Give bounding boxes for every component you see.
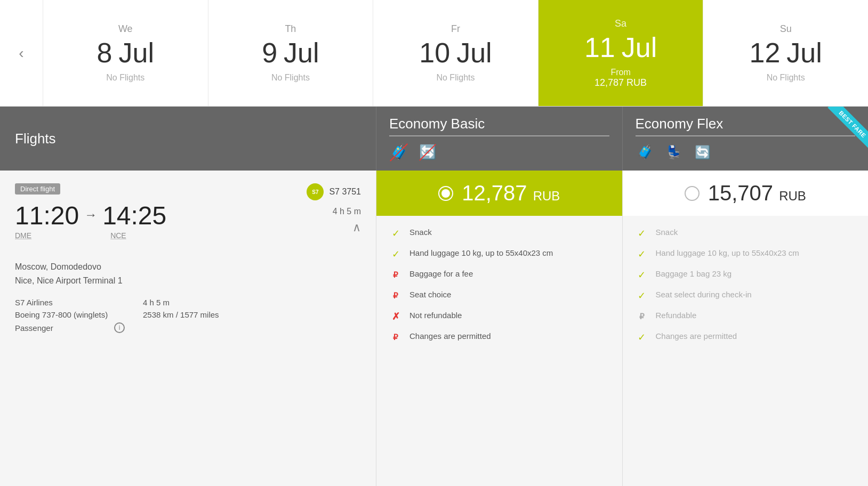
economy-basic-icons: 🧳 🔄 (389, 143, 437, 162)
origin-name: Moscow, Domodedovo (15, 260, 361, 274)
feature-icon: ✓ (636, 331, 648, 344)
date-number: 12 (750, 38, 781, 68)
feature-row: ✓Snack (636, 226, 856, 240)
no-luggage-icon: 🧳 (389, 143, 408, 162)
column-headers: Flights Economy Basic 🧳 🔄 Best Fare Ec (0, 107, 868, 171)
date-status: No Flights (436, 73, 475, 83)
feature-row: ✓Baggage 1 bag 23 kg (636, 268, 856, 281)
economy-flex-price-row[interactable]: 15,707 RUB (623, 171, 869, 216)
flight-info-column: Direct flight 11:20 → 14:25 DME NCE (0, 171, 376, 486)
economy-flex-features: ✓Snack✓Hand luggage 10 kg, up to 55x40x2… (623, 216, 869, 354)
depart-time: 11:20 (15, 201, 79, 230)
feature-row: ✓Hand luggage 10 kg, up to 55x40x23 cm (636, 247, 856, 261)
passenger-label: Passenger (15, 323, 111, 333)
feature-row: ✓Hand luggage 10 kg, up to 55x40x23 cm (389, 247, 609, 261)
flights-column-header: Flights (0, 107, 376, 171)
date-number: 9 (262, 38, 277, 68)
passenger-row: Passenger i (15, 322, 361, 333)
date-day-label: Su (780, 23, 792, 35)
date-status: No Flights (106, 73, 144, 83)
economy-flex-fare-column[interactable]: 15,707 RUB ✓Snack✓Hand luggage 10 kg, up… (623, 171, 869, 486)
flight-airline-section: S7 S7 3751 4 h 5 m ∧ (296, 183, 361, 234)
origin-code: DME (15, 231, 31, 240)
feature-text: Changes are permitted (656, 330, 737, 342)
feature-text: Snack (656, 226, 678, 238)
meta-row-airline: S7 Airlines 4 h 5 m (15, 298, 361, 307)
back-nav[interactable]: ‹ (0, 0, 43, 106)
economy-flex-radio[interactable] (685, 186, 700, 201)
date-cell-sa[interactable]: Sa11JulFrom12,787 RUB (538, 0, 703, 106)
feature-icon: ✓ (636, 289, 648, 302)
flights-header-label: Flights (15, 131, 56, 147)
flight-meta: S7 Airlines 4 h 5 m Boeing 737-800 (wing… (15, 298, 361, 333)
s7-logo: S7 (307, 183, 324, 200)
feature-icon: ₽ (389, 289, 402, 302)
feature-icon: ₽ (389, 331, 402, 344)
duration-meta: 4 h 5 m (143, 298, 170, 307)
flight-header-section: Direct flight 11:20 → 14:25 DME NCE (15, 183, 361, 249)
feature-icon: ✓ (389, 227, 402, 240)
info-icon[interactable]: i (114, 322, 125, 333)
feature-row: ₽Baggage for a fee (389, 268, 609, 281)
feature-text: Baggage for a fee (409, 268, 473, 279)
feature-row: ₽Changes are permitted (389, 330, 609, 344)
date-cell-we[interactable]: We8JulNo Flights (43, 0, 208, 106)
date-month: Jul (284, 37, 319, 69)
date-month: Jul (119, 37, 154, 69)
date-status: No Flights (271, 73, 310, 83)
date-number: 10 (419, 38, 450, 68)
refresh-icon: 🔄 (693, 143, 712, 162)
airline-label: S7 Airlines (15, 298, 111, 307)
feature-text: Seat choice (409, 289, 451, 300)
feature-text: Baggage 1 bag 23 kg (656, 268, 732, 279)
date-price: 12,787 RUB (594, 77, 647, 88)
feature-row: ₽Refundable (636, 310, 856, 323)
dest-name: Nice, Nice Airport Terminal 1 (15, 274, 361, 288)
date-cell-th[interactable]: Th9JulNo Flights (208, 0, 373, 106)
date-cell-fr[interactable]: Fr10JulNo Flights (373, 0, 538, 106)
date-month: Jul (622, 31, 657, 63)
main-content: Flights Economy Basic 🧳 🔄 Best Fare Ec (0, 107, 868, 486)
feature-text: Seat select during check-in (656, 289, 752, 300)
feature-text: Not refundable (409, 310, 462, 321)
date-number: 8 (97, 38, 112, 68)
feature-row: ✓Changes are permitted (636, 330, 856, 344)
airline-row: S7 S7 3751 (307, 183, 361, 200)
economy-basic-fare-column[interactable]: 12,787 RUB ✓Snack✓Hand luggage 10 kg, up… (376, 171, 623, 486)
feature-icon: ✓ (636, 269, 648, 281)
best-fare-text: Best Fare (827, 107, 868, 149)
flight-header-left: Direct flight 11:20 → 14:25 DME NCE (15, 183, 296, 249)
feature-icon: ₽ (389, 269, 402, 281)
date-cell-su[interactable]: Su12JulNo Flights (703, 0, 868, 106)
feature-text: Hand luggage 10 kg, up to 55x40x23 cm (409, 247, 553, 258)
flight-number: S7 3751 (329, 187, 361, 197)
feature-icon: ₽ (636, 310, 648, 323)
seat-icon: 💺 (664, 143, 684, 162)
feature-icon: ✓ (636, 248, 648, 261)
aircraft-label: Boeing 737-800 (winglets) (15, 310, 111, 319)
airport-codes: DME NCE (15, 231, 296, 240)
date-day-label: We (118, 23, 133, 35)
feature-icon: ✓ (636, 227, 648, 240)
flight-duration: 4 h 5 m (333, 207, 361, 216)
economy-flex-price: 15,707 RUB (708, 181, 806, 205)
feature-text: Changes are permitted (409, 330, 491, 342)
distance-label: 2538 km / 1577 miles (143, 310, 219, 319)
economy-basic-price: 12,787 RUB (462, 181, 560, 205)
feature-row: ✓Seat select during check-in (636, 289, 856, 302)
columns-wrapper: Flights Economy Basic 🧳 🔄 Best Fare Ec (0, 107, 868, 486)
feature-row: ✓Snack (389, 226, 609, 240)
feature-row: ₽Seat choice (389, 289, 609, 302)
date-day-label: Th (285, 23, 296, 35)
economy-basic-radio[interactable] (438, 186, 453, 201)
expand-icon[interactable]: ∧ (352, 221, 361, 234)
flight-time-row: 11:20 → 14:25 (15, 201, 296, 230)
feature-text: Refundable (656, 310, 697, 321)
economy-basic-features: ✓Snack✓Hand luggage 10 kg, up to 55x40x2… (376, 216, 622, 354)
luggage-icon: 🧳 (636, 143, 655, 162)
feature-icon: ✗ (389, 310, 402, 323)
flight-route-details: Moscow, Domodedovo Nice, Nice Airport Te… (15, 260, 361, 287)
economy-basic-price-row[interactable]: 12,787 RUB (376, 171, 622, 216)
body-row: Direct flight 11:20 → 14:25 DME NCE (0, 171, 868, 486)
date-bar: ‹ We8JulNo FlightsTh9JulNo FlightsFr10Ju… (0, 0, 868, 107)
